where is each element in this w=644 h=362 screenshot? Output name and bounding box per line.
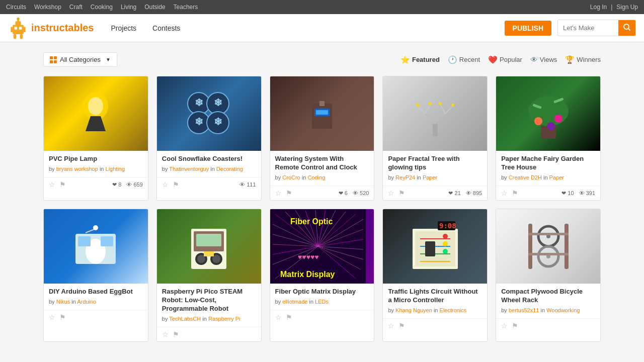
- flag-icon[interactable]: ⚑: [286, 313, 292, 321]
- nav-cooking[interactable]: Cooking: [91, 4, 113, 11]
- svg-point-35: [451, 104, 454, 107]
- flag-icon[interactable]: ⚑: [512, 322, 518, 330]
- svg-rect-57: [204, 251, 214, 256]
- favorite-icon[interactable]: ☆: [501, 189, 508, 197]
- tab-popular[interactable]: ❤️ Popular: [488, 55, 522, 64]
- cards-grid-row1: PVC Pipe Lamp by bryans workshop in Ligh…: [43, 76, 601, 201]
- flag-icon[interactable]: ⚑: [173, 180, 179, 189]
- card-bicycle-rack[interactable]: Compact Plywood Bicycle Wheel Rack by be…: [496, 209, 601, 342]
- search-input[interactable]: [558, 21, 618, 35]
- login-link[interactable]: Log In: [590, 4, 607, 11]
- favorite-icon[interactable]: ☆: [388, 189, 394, 197]
- svg-point-36: [439, 102, 442, 105]
- star-icon: ⭐: [400, 55, 410, 64]
- svg-line-32: [440, 105, 445, 114]
- favorite-icon[interactable]: ☆: [162, 180, 169, 189]
- nav-circuits[interactable]: Circuits: [6, 4, 26, 11]
- card-pico-robot[interactable]: Raspberry Pi Pico STEAM Robot: Low-Cost,…: [156, 209, 262, 342]
- card-title: DIY Arduino Based EggBot: [49, 288, 143, 296]
- card-pvc-pipe-lamp[interactable]: PVC Pipe Lamp by bryans workshop in Ligh…: [43, 76, 148, 201]
- card-fiber-optic[interactable]: ♥♥♥♥♥ Fiber Optic Matrix Display Fiber O…: [270, 209, 375, 342]
- card-body: Paper Mache Fairy Garden Tree House by C…: [496, 151, 600, 186]
- svg-point-39: [534, 117, 542, 125]
- card-meta: by Nikus in Arduino: [49, 298, 143, 306]
- svg-line-28: [435, 114, 445, 124]
- card-title: Fiber Optic Matrix Display: [275, 288, 369, 296]
- card-watering-system[interactable]: Watering System With Remote Control and …: [270, 76, 375, 201]
- search-area: [557, 20, 636, 36]
- flag-icon[interactable]: ⚑: [512, 189, 518, 197]
- nav-workshop[interactable]: Workshop: [34, 4, 61, 11]
- svg-rect-26: [433, 124, 438, 136]
- card-traffic-lights[interactable]: 9:08 Traffic Lights Circuit Without a Mi…: [382, 209, 488, 342]
- card-snowflake-coasters[interactable]: ❄ ❄ ❄ ❄ Cool Snowflake Coasters! by That…: [156, 76, 262, 201]
- tab-featured[interactable]: ⭐ Featured: [400, 55, 440, 64]
- svg-point-13: [88, 97, 103, 115]
- nav-teachers[interactable]: Teachers: [174, 4, 198, 11]
- card-image: [383, 76, 487, 151]
- nav-outside[interactable]: Outside: [144, 4, 165, 11]
- tab-winners[interactable]: 🏆 Winners: [565, 55, 601, 64]
- favorite-icon[interactable]: ☆: [49, 313, 55, 321]
- card-eggbot[interactable]: DIY Arduino Based EggBot by Nikus in Ard…: [43, 209, 148, 342]
- card-meta: by bertus52x11 in Woodworking: [501, 307, 595, 314]
- svg-line-30: [425, 105, 430, 114]
- nav-contests[interactable]: Contests: [145, 20, 187, 36]
- views-count: 👁 895: [466, 190, 482, 196]
- nav-living[interactable]: Living: [121, 4, 136, 11]
- flag-icon[interactable]: ⚑: [173, 330, 179, 338]
- card-fairy-garden[interactable]: Paper Mache Fairy Garden Tree House by C…: [496, 76, 601, 201]
- views-count: 👁 520: [353, 190, 369, 196]
- flag-icon[interactable]: ⚑: [59, 180, 66, 189]
- card-body: PVC Pipe Lamp by bryans workshop in Ligh…: [44, 151, 148, 177]
- card-title: Raspberry Pi Pico STEAM Robot: Low-Cost,…: [162, 288, 256, 313]
- svg-text:❄: ❄: [195, 97, 203, 108]
- favorite-icon[interactable]: ☆: [501, 322, 508, 330]
- card-body: Paper Fractal Tree with glowing tips by …: [383, 151, 487, 186]
- svg-rect-24: [316, 110, 328, 115]
- card-fractal-tree[interactable]: Paper Fractal Tree with glowing tips by …: [382, 76, 488, 201]
- tab-recent[interactable]: 🕐 Recent: [448, 55, 480, 64]
- search-button[interactable]: [618, 20, 635, 36]
- card-body: Traffic Lights Circuit Without a Micro C…: [383, 284, 487, 318]
- logo-area[interactable]: instructables: [8, 17, 94, 40]
- card-meta: by bryans workshop in Lighting: [49, 165, 143, 173]
- publish-button[interactable]: PUBLISH: [505, 21, 551, 36]
- svg-rect-47: [101, 236, 113, 246]
- favorite-icon[interactable]: ☆: [388, 322, 394, 330]
- nav-projects[interactable]: Projects: [104, 20, 143, 36]
- favorite-icon[interactable]: ☆: [162, 330, 169, 338]
- card-meta: by elliotmade in LEDs: [275, 298, 369, 306]
- card-footer: ☆ ⚑ 👁 111: [157, 177, 261, 192]
- card-footer: ☆ ⚑: [496, 318, 600, 333]
- card-footer: ☆ ⚑: [270, 310, 374, 324]
- flag-icon[interactable]: ⚑: [286, 189, 292, 197]
- svg-rect-6: [11, 27, 13, 32]
- card-image: ♥♥♥♥♥ Fiber Optic Matrix Display: [270, 209, 374, 284]
- favorites-count: ❤ 21: [448, 190, 460, 197]
- card-title: Traffic Lights Circuit Without a Micro C…: [388, 288, 482, 305]
- svg-text:Matrix Display: Matrix Display: [280, 270, 335, 279]
- card-body: Watering System With Remote Control and …: [270, 151, 374, 186]
- card-image: [270, 76, 374, 151]
- filter-tabs: ⭐ Featured 🕐 Recent ❤️ Popular 👁 Views 🏆…: [400, 55, 601, 64]
- svg-point-38: [528, 96, 569, 126]
- nav-craft[interactable]: Craft: [69, 4, 83, 11]
- svg-rect-102: [528, 233, 569, 235]
- category-label: All Categories: [60, 56, 101, 63]
- favorites-count: ❤ 10: [561, 190, 574, 197]
- category-dropdown[interactable]: All Categories ▼: [43, 52, 117, 67]
- card-footer: ☆ ⚑ ❤ 10 👁 391: [496, 186, 600, 200]
- favorite-icon[interactable]: ☆: [275, 313, 282, 321]
- signup-link[interactable]: Sign Up: [616, 4, 638, 11]
- flag-icon[interactable]: ⚑: [59, 313, 66, 321]
- views-count: 👁 111: [239, 182, 256, 188]
- flag-icon[interactable]: ⚑: [398, 189, 405, 197]
- flag-icon[interactable]: ⚑: [398, 322, 405, 330]
- favorite-icon[interactable]: ☆: [275, 189, 282, 197]
- clock-icon: 🕐: [448, 55, 457, 64]
- svg-line-27: [425, 114, 435, 124]
- eye-icon: 👁: [530, 55, 538, 64]
- tab-views[interactable]: 👁 Views: [530, 55, 557, 64]
- favorite-icon[interactable]: ☆: [49, 180, 55, 189]
